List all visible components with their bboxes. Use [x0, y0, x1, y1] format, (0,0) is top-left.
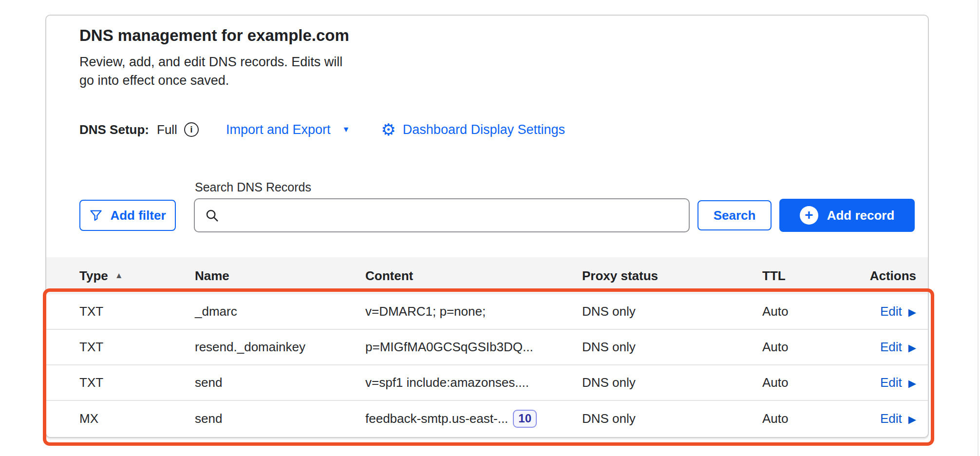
chevron-right-icon: ▶ [908, 413, 916, 425]
dns-management-card: DNS management for example.com Review, a… [45, 15, 929, 438]
page-subtitle-line2: go into effect once saved. [79, 71, 342, 90]
type-cell: TXT [79, 375, 195, 390]
type-cell: TXT [79, 340, 195, 355]
edit-link[interactable]: Edit [880, 375, 902, 390]
dns-setup-row: DNS Setup: Full i Import and Export ▼ ⚙ … [79, 120, 565, 139]
proxy-status-cell: DNS only [582, 304, 762, 319]
name-cell: send [195, 411, 365, 426]
ttl-cell: Auto [762, 304, 860, 319]
info-icon[interactable]: i [184, 122, 199, 137]
content-text: feedback-smtp.us-east-... [365, 411, 508, 426]
dns-setup-label: DNS Setup: [79, 122, 149, 137]
search-input[interactable] [227, 208, 679, 223]
name-cell: send [195, 375, 365, 390]
name-cell: _dmarc [195, 304, 365, 319]
add-filter-button[interactable]: Add filter [79, 200, 176, 231]
edit-link[interactable]: Edit [880, 340, 902, 355]
add-record-label: Add record [827, 208, 895, 223]
page-edge-divider [978, 0, 979, 456]
proxy-status-cell: DNS only [582, 340, 762, 355]
chevron-down-icon: ▼ [342, 125, 350, 134]
add-record-button[interactable]: + Add record [779, 199, 915, 232]
table-row: TXT _dmarc v=DMARC1; p=none; DNS only Au… [46, 294, 928, 330]
table-row: TXT send v=spf1 include:amazonses.... DN… [46, 365, 928, 401]
actions-cell: Edit ▶ [860, 304, 916, 319]
sort-ascending-icon: ▲ [115, 271, 123, 281]
type-cell: MX [79, 411, 195, 426]
edit-link[interactable]: Edit [880, 411, 902, 426]
content-text: v=DMARC1; p=none; [365, 304, 486, 319]
dashboard-display-settings-link[interactable]: ⚙ Dashboard Display Settings [381, 121, 565, 138]
page-subtitle: Review, add, and edit DNS records. Edits… [79, 53, 342, 90]
column-header-actions: Actions [860, 268, 916, 284]
column-header-type[interactable]: Type ▲ [79, 268, 195, 284]
proxy-status-cell: DNS only [582, 411, 762, 426]
column-header-name: Name [195, 268, 365, 284]
add-filter-label: Add filter [110, 208, 166, 223]
table-body: TXT _dmarc v=DMARC1; p=none; DNS only Au… [46, 294, 928, 437]
filter-icon [89, 209, 103, 222]
import-export-link[interactable]: Import and Export ▼ [226, 122, 350, 137]
column-header-ttl: TTL [762, 268, 860, 284]
actions-cell: Edit ▶ [860, 340, 916, 355]
column-header-proxy-status: Proxy status [582, 268, 762, 284]
content-text: p=MIGfMA0GCSqGSIb3DQ... [365, 340, 533, 355]
name-cell: resend._domainkey [195, 340, 365, 355]
page-title-prefix: DNS management for [79, 26, 247, 44]
column-header-content: Content [365, 268, 582, 284]
table-row: TXT resend._domainkey p=MIGfMA0GCSqGSIb3… [46, 330, 928, 365]
page-title: DNS management for example.com [79, 26, 349, 45]
actions-cell: Edit ▶ [860, 375, 916, 390]
ttl-cell: Auto [762, 375, 860, 390]
content-cell: feedback-smtp.us-east-... 10 [365, 410, 582, 428]
actions-cell: Edit ▶ [860, 411, 916, 426]
column-header-type-label: Type [79, 268, 108, 284]
gear-icon: ⚙ [381, 121, 396, 138]
type-cell: TXT [79, 304, 195, 319]
import-export-label: Import and Export [226, 122, 331, 137]
proxy-status-cell: DNS only [582, 375, 762, 390]
table-header: Type ▲ Name Content Proxy status TTL Act… [46, 257, 928, 294]
content-cell: p=MIGfMA0GCSqGSIb3DQ... [365, 340, 582, 355]
search-icon [205, 208, 219, 223]
content-cell: v=DMARC1; p=none; [365, 304, 582, 319]
dns-setup-value: Full [157, 122, 177, 137]
search-records-label: Search DNS Records [195, 180, 311, 194]
ttl-cell: Auto [762, 340, 860, 355]
chevron-right-icon: ▶ [908, 341, 916, 354]
table-row: MX send feedback-smtp.us-east-... 10 DNS… [46, 401, 928, 437]
search-button[interactable]: Search [697, 200, 772, 230]
edit-link[interactable]: Edit [880, 304, 902, 319]
ttl-cell: Auto [762, 411, 860, 426]
page-subtitle-line1: Review, add, and edit DNS records. Edits… [79, 53, 342, 71]
priority-badge: 10 [513, 410, 537, 428]
chevron-right-icon: ▶ [908, 305, 916, 318]
content-cell: v=spf1 include:amazonses.... [365, 375, 582, 390]
plus-icon: + [800, 206, 818, 225]
dashboard-display-settings-label: Dashboard Display Settings [403, 122, 565, 137]
toolbar: Add filter Search + Add record [79, 198, 928, 232]
page-title-domain: example.com [247, 26, 349, 44]
chevron-right-icon: ▶ [908, 377, 916, 389]
content-text: v=spf1 include:amazonses.... [365, 375, 529, 390]
search-box [194, 198, 690, 232]
